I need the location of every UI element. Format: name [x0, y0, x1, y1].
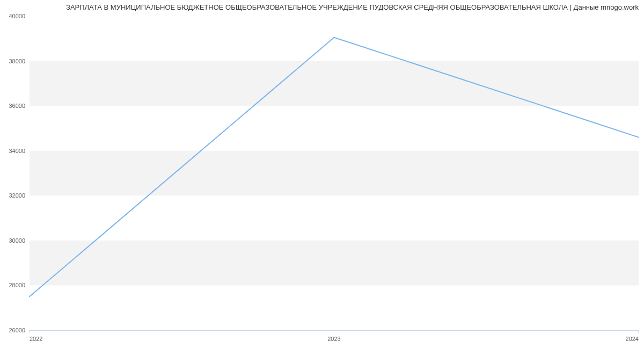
chart-title: ЗАРПЛАТА В МУНИЦИПАЛЬНОЕ БЮДЖЕТНОЕ ОБЩЕО… — [66, 3, 639, 11]
y-tick-label: 36000 — [9, 103, 25, 109]
svg-rect-0 — [30, 241, 639, 286]
x-tick-label: 2024 — [626, 336, 639, 342]
svg-rect-1 — [30, 151, 639, 196]
y-tick-label: 26000 — [9, 327, 25, 333]
salary-chart: ЗАРПЛАТА В МУНИЦИПАЛЬНОЕ БЮДЖЕТНОЕ ОБЩЕО… — [0, 0, 644, 349]
y-tick-label: 28000 — [9, 282, 25, 288]
y-axis-ticks: 2600028000300003200034000360003800040000 — [9, 13, 25, 333]
y-tick-label: 38000 — [9, 58, 25, 64]
y-tick-label: 32000 — [9, 192, 25, 199]
y-tick-label: 34000 — [9, 148, 25, 154]
plot-bands — [30, 61, 639, 286]
x-tick-label: 2022 — [30, 336, 42, 342]
y-tick-label: 40000 — [9, 13, 25, 19]
svg-rect-2 — [30, 61, 639, 106]
x-axis-ticks: 202220232024 — [30, 330, 639, 342]
x-tick-label: 2023 — [327, 336, 340, 342]
y-tick-label: 30000 — [9, 237, 25, 244]
chart-svg: 2600028000300003200034000360003800040000… — [0, 0, 644, 349]
